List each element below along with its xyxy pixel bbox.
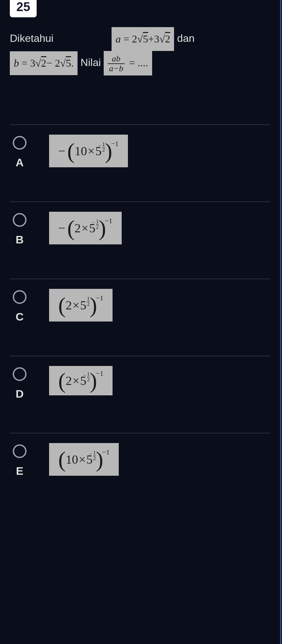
answer-content-d: ( 2 × 5 1 2 ) −1 [49,366,113,395]
outer-exp-c: −1 [96,294,103,302]
answer-left-a: A [10,135,29,169]
text-diketahui: Diketahui [10,32,53,44]
question-number-badge: 25 [10,0,37,17]
sign-b: − [58,221,65,235]
outer-exp-a: −1 [111,140,118,148]
radio-e[interactable] [13,444,26,458]
answer-content-c: ( 2 × 5 1 2 ) −1 [49,289,113,322]
outer-exp-d: −1 [96,369,103,378]
frac-numerator: ab [111,54,122,64]
answer-content-e: ( 10 × 5 1 2 ) −1 [49,443,119,476]
radio-b[interactable] [13,213,26,227]
text-dan: dan [177,32,194,44]
outer-exp-b: −1 [105,217,112,225]
mult-a: × [88,144,95,158]
math-expression-b: b = 3√2− 2√5. [10,51,78,75]
equals-dots: = .... [129,57,148,69]
answer-option-a[interactable]: A − ( 10 × 5 1 2 ) −1 [10,125,270,202]
base1-b: 2 [75,221,81,235]
outer-exp-e: −1 [102,448,110,456]
answer-content-a: − ( 10 × 5 1 2 ) −1 [49,135,128,167]
base2-c: 5 [80,298,86,312]
inner-exp-d: 1 2 [87,372,90,382]
answer-label-b: B [16,233,24,246]
question-body: Diketahui a = 2√5+3√2 dan b = 3√2− 2√5. … [0,17,280,75]
answer-label-e: E [16,465,24,477]
inner-exp-e: 1 2 [93,450,96,461]
base1-e: 10 [66,452,78,467]
answer-left-e: E [10,443,29,477]
inner-exp-c: 1 2 [87,296,90,307]
answer-left-d: D [10,366,29,400]
base1-c: 2 [66,298,72,312]
radio-d[interactable] [13,367,26,381]
base1-d: 2 [66,373,72,388]
quiz-container: 25 Diketahui a = 2√5+3√2 dan b = 3√2− 2√… [0,0,281,644]
answer-left-b: B [10,212,29,246]
answer-label-d: D [16,388,24,400]
mult-e: × [79,452,86,467]
mult-d: × [73,373,79,388]
answer-option-c[interactable]: C ( 2 × 5 1 2 ) −1 [10,279,270,356]
answer-label-a: A [16,156,24,169]
answer-label-c: C [16,310,24,323]
answer-left-c: C [10,289,29,323]
frac-denominator: a−b [108,63,125,74]
mult-b: × [81,221,88,235]
radio-a[interactable] [13,136,26,150]
radio-c[interactable] [13,290,26,304]
mult-c: × [73,298,79,312]
inner-exp-a: 1 2 [102,142,105,153]
math-expression-frac: ab a−b = .... [104,51,152,75]
math-expression-a: a = 2√5+3√2 [112,27,174,51]
answer-option-b[interactable]: B − ( 2 × 5 1 2 ) −1 [10,202,270,279]
sign-a: − [58,144,65,158]
answer-option-e[interactable]: E ( 10 × 5 1 2 ) −1 [10,433,270,510]
answer-option-d[interactable]: D ( 2 × 5 1 2 ) −1 [10,356,270,433]
answer-content-b: − ( 2 × 5 1 2 ) −1 [49,212,122,244]
text-nilai: Nilai [80,57,101,68]
answer-list: A − ( 10 × 5 1 2 ) −1 [10,124,270,510]
base1-a: 10 [75,144,87,158]
inner-exp-b: 1 2 [96,219,99,230]
